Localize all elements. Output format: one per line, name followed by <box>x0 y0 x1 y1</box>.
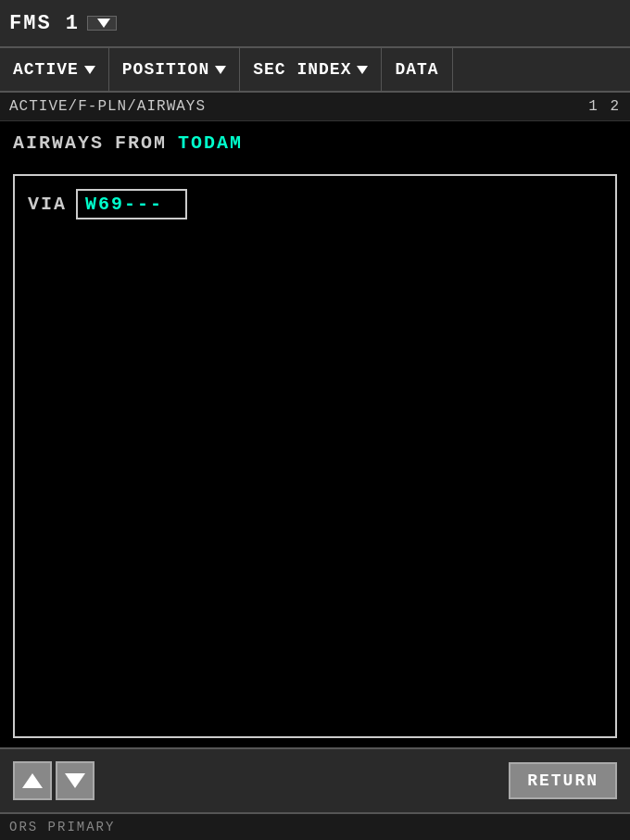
scroll-down-button[interactable] <box>56 761 94 800</box>
via-label: VIA <box>28 194 67 215</box>
airways-header: AIRWAYS FROM TODAM <box>0 121 630 165</box>
nav-buttons <box>13 761 94 800</box>
tab-active-label: ACTIVE <box>13 60 79 79</box>
fms-bar: FMS 1 <box>0 0 630 48</box>
bottom-bar-text: ORS PRIMARY <box>9 820 115 834</box>
fms-title: FMS 1 <box>9 12 80 35</box>
breadcrumb: ACTIVE/F-PLN/AIRWAYS 1 2 <box>0 93 630 121</box>
tab-sec-index-label: SEC INDEX <box>253 60 351 79</box>
airways-from-value: TODAM <box>178 132 243 154</box>
fms-dropdown-arrow-icon <box>97 19 110 28</box>
via-input-value: W69--- <box>85 194 163 215</box>
airways-from-label: FROM <box>115 132 167 154</box>
bottom-controls: RETURN <box>0 747 630 812</box>
airways-box: VIA W69--- <box>13 174 617 738</box>
airways-label: AIRWAYS <box>13 132 104 154</box>
tab-data-label: DATA <box>395 60 438 79</box>
scroll-up-button[interactable] <box>13 761 52 800</box>
scroll-up-icon <box>22 773 43 788</box>
tab-sec-index[interactable]: SEC INDEX <box>240 48 382 91</box>
main-content: VIA W69--- <box>0 165 630 747</box>
tab-data[interactable]: DATA <box>382 48 452 91</box>
return-button[interactable]: RETURN <box>509 762 617 799</box>
via-input-box[interactable]: W69--- <box>76 189 187 219</box>
tab-active-arrow-icon <box>84 66 95 74</box>
tab-sec-index-arrow-icon <box>357 66 368 74</box>
tab-position-arrow-icon <box>215 66 226 74</box>
tab-position-label: POSITION <box>122 60 209 79</box>
nav-tabs: ACTIVE POSITION SEC INDEX DATA <box>0 48 630 93</box>
tab-active[interactable]: ACTIVE <box>0 48 109 91</box>
tab-position[interactable]: POSITION <box>109 48 240 91</box>
fms-dropdown[interactable] <box>87 16 117 31</box>
breadcrumb-path: ACTIVE/F-PLN/AIRWAYS <box>9 98 206 115</box>
scroll-down-icon <box>65 773 85 788</box>
breadcrumb-pages: 1 2 <box>588 98 621 115</box>
bottom-bar: ORS PRIMARY <box>0 812 630 840</box>
via-row: VIA W69--- <box>28 189 602 219</box>
